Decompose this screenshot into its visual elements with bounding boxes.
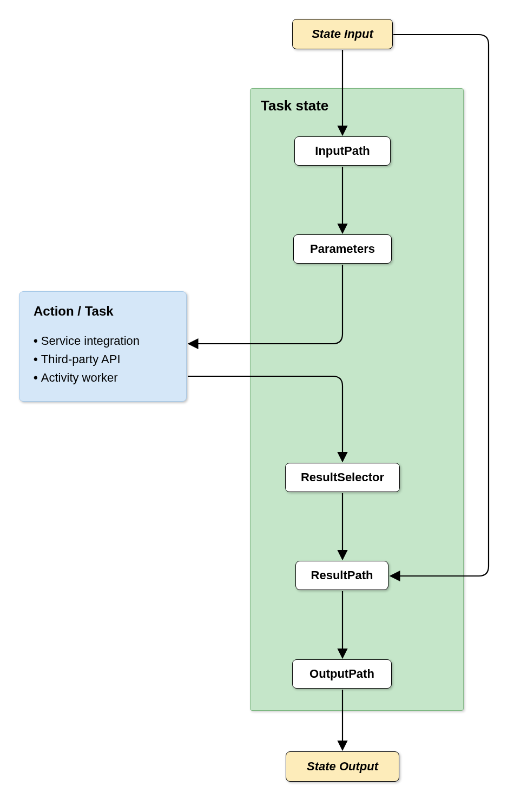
output-path-box: OutputPath [292,659,392,689]
input-path-box: InputPath [294,136,391,166]
result-selector-label: ResultSelector [301,470,384,484]
action-task-title: Action / Task [34,304,172,319]
parameters-box: Parameters [293,234,392,264]
state-input-box: State Input [292,19,393,49]
action-item: Service integration [34,332,172,350]
state-output-box: State Output [286,751,399,782]
result-path-label: ResultPath [311,568,373,582]
state-output-label: State Output [307,759,378,774]
task-state-container [250,88,464,711]
parameters-label: Parameters [310,242,375,256]
action-task-list: Service integration Third-party API Acti… [34,332,172,387]
state-input-label: State Input [312,27,373,41]
action-item: Third-party API [34,350,172,369]
task-state-label: Task state [261,97,328,114]
action-item: Activity worker [34,369,172,387]
output-path-label: OutputPath [309,667,374,681]
result-selector-box: ResultSelector [285,463,400,492]
input-path-label: InputPath [315,144,370,158]
action-task-box: Action / Task Service integration Third-… [19,291,187,402]
result-path-box: ResultPath [295,561,388,590]
